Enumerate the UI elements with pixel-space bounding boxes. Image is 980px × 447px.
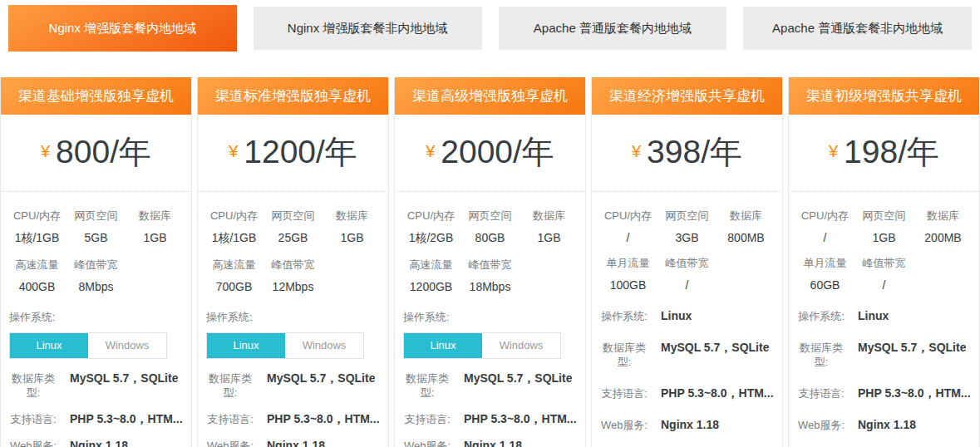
- spec-cell: CPU/内存/: [795, 209, 854, 244]
- spec-label: CPU/内存: [401, 209, 460, 224]
- spec-value: 25GB: [263, 231, 323, 244]
- package-tabs: Nginx 增强版套餐内地地域Nginx 增强版套餐非内地地域Apache 普通…: [0, 0, 980, 52]
- plan-card: 渠道经济增强版共享虚机 ¥398/年 CPU/内存/网页空间3GB数据库800M…: [591, 77, 783, 447]
- plan-price: ¥398/年: [592, 115, 782, 191]
- plan-card: 渠道初级增强版共享虚机 ¥198/年 CPU/内存/网页空间1GB数据库200M…: [788, 77, 980, 447]
- spec-label: CPU/内存: [204, 209, 263, 224]
- spec-cell: CPU/内存1核/1GB: [204, 209, 263, 246]
- detail-value: PHP 5.3~8.0，HTM...: [858, 386, 971, 400]
- spec-cell: 高速流量700GB: [204, 258, 263, 293]
- detail-row: 数据库类型:MySQL 5.7，SQLite: [6, 371, 186, 400]
- detail-row: 操作系统:Linux: [597, 309, 777, 323]
- spec-label: 峰值带宽: [263, 258, 323, 273]
- spec-cell: 数据库1GB: [126, 209, 185, 246]
- os-option-windows[interactable]: Windows: [482, 333, 560, 358]
- os-section: 操作系统:LinuxWindows: [1, 293, 191, 359]
- price-suffix: /年: [110, 134, 151, 169]
- spec-cell: 数据库800MB: [717, 209, 776, 244]
- spec-grid: CPU/内存/网页空间1GB数据库200MB单月流量60GB峰值带宽/: [789, 192, 979, 292]
- detail-row: Web服务:Nginx 1.18: [794, 418, 974, 432]
- detail-label: Web服务:: [6, 439, 61, 447]
- detail-rows: 操作系统:Linux数据库类型:MySQL 5.7，SQLite支持语言:PHP…: [789, 309, 979, 447]
- detail-label: 支持语言:: [203, 412, 258, 426]
- spec-label: CPU/内存: [795, 209, 854, 224]
- plan-card: 渠道基础增强版独享虚机 ¥800/年 CPU/内存1核/1GB网页空间5GB数据…: [0, 77, 192, 447]
- spec-label: 高速流量: [401, 258, 460, 273]
- detail-rows: 数据库类型:MySQL 5.7，SQLite支持语言:PHP 5.3~8.0，H…: [395, 371, 585, 447]
- detail-row: 数据库类型:MySQL 5.7，SQLite: [794, 341, 974, 369]
- plan-price: ¥800/年: [1, 115, 191, 191]
- detail-value: Linux: [661, 309, 692, 323]
- spec-label: 高速流量: [204, 258, 263, 273]
- spec-cell: 高速流量400GB: [7, 258, 66, 293]
- spec-value: 60GB: [795, 278, 854, 292]
- spec-value: /: [795, 231, 854, 244]
- detail-row: 数据库类型:MySQL 5.7，SQLite: [203, 371, 383, 400]
- spec-value: 1GB: [520, 231, 579, 244]
- spec-cell: 高速流量1200GB: [401, 258, 460, 293]
- detail-label: Web服务:: [203, 439, 258, 447]
- plan-title: 渠道基础增强版独享虚机: [1, 77, 191, 115]
- detail-value: PHP 5.3~8.0，HTM...: [464, 412, 577, 426]
- detail-row: Web服务:Nginx 1.18: [6, 439, 186, 447]
- spec-label: 数据库: [914, 209, 973, 224]
- tab-package-2[interactable]: Apache 普通版套餐内地地域: [499, 7, 727, 50]
- plan-title: 渠道标准增强版独享虚机: [198, 77, 388, 115]
- os-option-windows[interactable]: Windows: [285, 333, 363, 358]
- detail-value: Nginx 1.18: [70, 439, 128, 447]
- detail-value: Nginx 1.18: [858, 418, 916, 432]
- detail-label: Web服务:: [597, 418, 652, 432]
- spec-label: 峰值带宽: [657, 256, 717, 271]
- detail-label: 数据库类型:: [794, 341, 849, 369]
- spec-label: 数据库: [126, 209, 185, 224]
- os-option-linux[interactable]: Linux: [404, 333, 482, 358]
- detail-row: Web服务:Nginx 1.18: [597, 418, 777, 432]
- os-label: 操作系统:: [403, 310, 577, 325]
- yen-symbol: ¥: [229, 142, 238, 160]
- spec-value: 1核/1GB: [204, 231, 263, 246]
- spec-value: 12Mbps: [263, 280, 323, 293]
- spec-label: 高速流量: [7, 258, 66, 273]
- spec-cell: 网页空间5GB: [66, 209, 126, 246]
- tab-package-3[interactable]: Apache 普通版套餐非内地地域: [743, 7, 972, 50]
- detail-value: MySQL 5.7，SQLite: [661, 341, 769, 355]
- detail-value: Nginx 1.18: [267, 439, 325, 447]
- detail-value: MySQL 5.7，SQLite: [267, 371, 375, 386]
- plan-card: 渠道标准增强版独享虚机 ¥1200/年 CPU/内存1核/1GB网页空间25GB…: [197, 77, 389, 447]
- price-amount: 800: [56, 134, 110, 169]
- price-amount: 198: [844, 134, 898, 169]
- detail-row: 支持语言:PHP 5.3~8.0，HTM...: [794, 386, 974, 400]
- detail-row: 数据库类型:MySQL 5.7，SQLite: [597, 341, 777, 369]
- plan-title: 渠道经济增强版共享虚机: [592, 77, 782, 115]
- spec-grid: CPU/内存1核/1GB网页空间5GB数据库1GB高速流量400GB峰值带宽8M…: [1, 192, 191, 293]
- tab-package-0[interactable]: Nginx 增强版套餐内地地域: [8, 5, 237, 52]
- spec-label: 峰值带宽: [854, 256, 914, 271]
- detail-label: 支持语言:: [794, 386, 849, 400]
- os-option-linux[interactable]: Linux: [10, 333, 88, 358]
- spec-value: 1200GB: [401, 280, 460, 293]
- spec-cell: 数据库200MB: [914, 209, 973, 244]
- detail-label: 支持语言:: [6, 412, 61, 426]
- price-suffix: /年: [316, 134, 357, 169]
- os-option-linux[interactable]: Linux: [207, 333, 285, 358]
- detail-row: 支持语言:PHP 5.3~8.0，HTM...: [400, 412, 580, 426]
- spec-cell: 峰值带宽8Mbps: [66, 258, 126, 293]
- plan-title: 渠道高级增强版独享虚机: [395, 77, 585, 115]
- detail-label: Web服务:: [794, 418, 849, 432]
- spec-label: 单月流量: [795, 256, 854, 271]
- plan-cards: 渠道基础增强版独享虚机 ¥800/年 CPU/内存1核/1GB网页空间5GB数据…: [0, 77, 980, 447]
- tab-package-1[interactable]: Nginx 增强版套餐非内地地域: [254, 7, 482, 50]
- price-amount: 1200: [244, 134, 316, 169]
- yen-symbol: ¥: [632, 142, 641, 160]
- price-suffix: /年: [898, 134, 939, 169]
- spec-label: 网页空间: [657, 209, 717, 224]
- os-option-windows[interactable]: Windows: [88, 333, 166, 358]
- detail-value: PHP 5.3~8.0，HTM...: [70, 412, 183, 426]
- spec-value: 5GB: [66, 231, 126, 244]
- spec-label: 数据库: [520, 209, 579, 224]
- detail-rows: 数据库类型:MySQL 5.7，SQLite支持语言:PHP 5.3~8.0，H…: [198, 371, 388, 447]
- os-section: 操作系统:LinuxWindows: [395, 293, 585, 359]
- plan-price: ¥2000/年: [395, 115, 585, 191]
- spec-cell: 峰值带宽/: [854, 256, 914, 292]
- detail-value: PHP 5.3~8.0，HTM...: [267, 412, 380, 426]
